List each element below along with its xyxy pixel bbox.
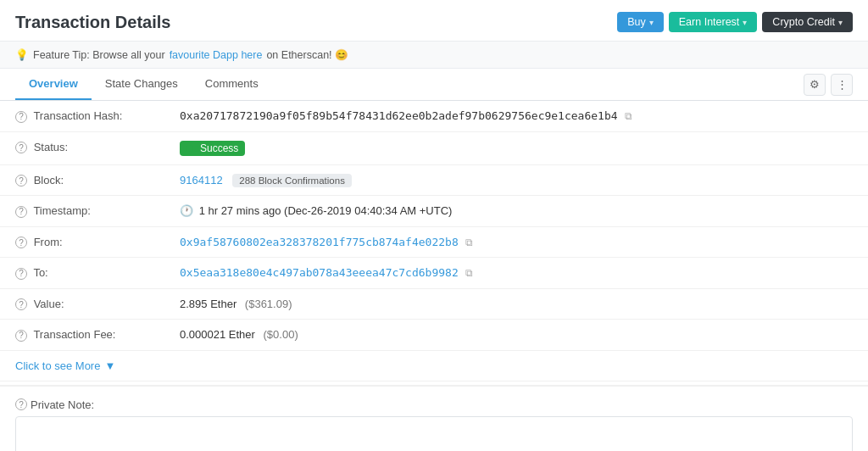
help-icon: ? — [15, 268, 27, 280]
to-address-link[interactable]: 0x5eaa318e80e4c497ab078a43eeea47c7cd6b99… — [180, 266, 459, 279]
table-row: ? Transaction Hash: 0xa20717872190a9f05f… — [0, 101, 868, 131]
private-note-input[interactable] — [15, 416, 853, 451]
tabs-row: Overview State Changes Comments ⚙ ⋮ — [0, 69, 868, 101]
earn-interest-chevron-icon: ▾ — [743, 18, 747, 27]
table-row: ? From: 0x9af58760802ea328378201f775cb87… — [0, 226, 868, 258]
help-icon: ? — [15, 237, 27, 248]
crypto-credit-button[interactable]: Crypto Credit ▾ — [762, 12, 853, 32]
see-more-row: Click to see More ▼ — [0, 351, 868, 381]
block-confirmations-badge: 288 Block Confirmations — [232, 174, 352, 187]
help-icon: ? — [15, 298, 27, 310]
to-label: ? To: — [0, 258, 170, 289]
page-title: Transaction Details — [15, 13, 170, 32]
transaction-hash-value: 0xa20717872190a9f05f89b54f78431d62ee0b2a… — [170, 101, 868, 131]
buy-chevron-icon: ▾ — [649, 18, 654, 27]
value-value: 2.895 Ether ($361.09) — [170, 288, 868, 320]
header-buttons: Buy ▾ Earn Interest ▾ Crypto Credit ▾ — [617, 12, 853, 32]
arrow-down-icon: ▼ — [104, 359, 115, 372]
buy-button[interactable]: Buy ▾ — [617, 12, 664, 32]
to-value: 0x5eaa318e80e4c497ab078a43eeea47c7cd6b99… — [170, 258, 868, 289]
tab-comments[interactable]: Comments — [192, 69, 272, 100]
from-label: ? From: — [0, 226, 170, 258]
table-row: ? To: 0x5eaa318e80e4c497ab078a43eeea47c7… — [0, 258, 868, 289]
status-label: ? Status: — [0, 131, 170, 164]
detail-table: ? Transaction Hash: 0xa20717872190a9f05f… — [0, 101, 868, 351]
more-options-icon-button[interactable]: ⋮ — [831, 74, 853, 96]
transaction-hash-label: ? Transaction Hash: — [0, 101, 170, 131]
from-address-link[interactable]: 0x9af58760802ea328378201f775cb874af4e022… — [180, 236, 459, 248]
status-badge: Success — [180, 141, 245, 156]
table-row: ? Block: 9164112 288 Block Confirmations — [0, 164, 868, 196]
copy-from-icon[interactable]: ⧉ — [465, 237, 473, 248]
timestamp-label: ? Timestamp: — [0, 196, 170, 227]
help-icon: ? — [15, 398, 27, 410]
copy-hash-icon[interactable]: ⧉ — [625, 110, 632, 122]
clock-icon: 🕐 — [180, 204, 193, 217]
tabs-actions: ⚙ ⋮ — [804, 74, 853, 96]
transaction-fee-label: ? Transaction Fee: — [0, 320, 170, 351]
private-note-label: ? Private Note: — [15, 398, 853, 411]
earn-interest-button[interactable]: Earn Interest ▾ — [669, 12, 758, 32]
tabs: Overview State Changes Comments — [15, 69, 272, 100]
timestamp-value: 🕐 1 hr 27 mins ago (Dec-26-2019 04:40:34… — [170, 196, 868, 227]
table-row: ? Status: Success — [0, 131, 868, 164]
crypto-credit-chevron-icon: ▾ — [838, 18, 843, 27]
tab-overview[interactable]: Overview — [15, 69, 92, 100]
see-more-link[interactable]: Click to see More ▼ — [15, 359, 115, 372]
table-row: ? Transaction Fee: 0.000021 Ether ($0.00… — [0, 320, 868, 351]
help-icon: ? — [15, 175, 27, 187]
success-dot-icon — [186, 145, 193, 152]
table-row: ? Value: 2.895 Ether ($361.09) — [0, 288, 868, 320]
header: Transaction Details Buy ▾ Earn Interest … — [0, 0, 868, 41]
private-note-section: ? Private Note: Tip: A private note (up … — [0, 390, 868, 451]
help-icon: ? — [15, 142, 27, 153]
transaction-fee-value: 0.000021 Ether ($0.00) — [170, 320, 868, 351]
status-value: Success — [170, 131, 868, 164]
from-value: 0x9af58760802ea328378201f775cb874af4e022… — [170, 226, 868, 258]
copy-to-icon[interactable]: ⧉ — [465, 267, 473, 279]
page-wrapper: Transaction Details Buy ▾ Earn Interest … — [0, 0, 868, 451]
block-number-link[interactable]: 9164112 — [180, 174, 223, 187]
table-row: ? Timestamp: 🕐 1 hr 27 mins ago (Dec-26-… — [0, 196, 868, 227]
feature-tip: 💡 Feature Tip: Browse all your favourite… — [0, 41, 868, 69]
help-icon: ? — [15, 111, 27, 123]
block-value: 9164112 288 Block Confirmations — [170, 164, 868, 196]
favourite-dapp-link[interactable]: favourite Dapp here — [170, 49, 263, 61]
settings-icon-button[interactable]: ⚙ — [804, 74, 826, 96]
help-icon: ? — [15, 206, 27, 218]
help-icon: ? — [15, 330, 27, 342]
lightbulb-icon: 💡 — [15, 48, 29, 61]
value-label: ? Value: — [0, 288, 170, 320]
tab-state-changes[interactable]: State Changes — [92, 69, 192, 100]
divider — [0, 385, 868, 387]
block-label: ? Block: — [0, 164, 170, 196]
